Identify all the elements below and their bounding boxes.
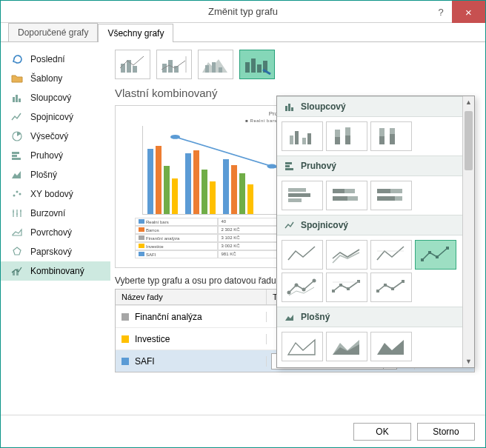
sidebar-item-combo[interactable]: Kombinovaný bbox=[1, 261, 110, 281]
dropdown-item[interactable] bbox=[370, 240, 412, 270]
dropdown-cat-label: Sloupcový bbox=[301, 101, 346, 112]
dropdown-cat-area: Plošný bbox=[277, 307, 462, 327]
svg-rect-69 bbox=[376, 290, 379, 292]
svg-point-8 bbox=[16, 191, 19, 193]
sidebar-item-label: Šablony bbox=[30, 73, 62, 84]
svg-rect-0 bbox=[13, 97, 15, 102]
svg-rect-72 bbox=[402, 280, 405, 283]
svg-rect-65 bbox=[332, 290, 335, 292]
dropdown-item[interactable] bbox=[282, 121, 323, 151]
combo-template-3[interactable] bbox=[198, 50, 233, 79]
combo-template-custom[interactable] bbox=[239, 50, 275, 79]
radar-chart-icon bbox=[11, 246, 23, 258]
dropdown-scrollbar[interactable]: ▲ ▼ bbox=[462, 96, 474, 367]
ok-button[interactable]: OK bbox=[353, 423, 411, 441]
svg-rect-18 bbox=[205, 65, 209, 73]
svg-rect-46 bbox=[288, 188, 306, 192]
svg-rect-22 bbox=[251, 58, 256, 73]
svg-rect-28 bbox=[285, 106, 287, 111]
svg-rect-59 bbox=[436, 255, 439, 258]
dropdown-item[interactable] bbox=[370, 181, 412, 210]
dropdown-cat-bar: Pruhový bbox=[277, 156, 462, 176]
svg-rect-67 bbox=[347, 287, 350, 290]
dropdown-item[interactable] bbox=[370, 273, 412, 302]
sidebar-item-bar[interactable]: Pruhový bbox=[1, 146, 110, 165]
svg-rect-54 bbox=[377, 189, 390, 193]
dropdown-item[interactable] bbox=[282, 240, 323, 270]
svg-rect-70 bbox=[384, 284, 387, 287]
svg-rect-66 bbox=[339, 284, 342, 287]
svg-rect-68 bbox=[357, 280, 360, 283]
svg-rect-4 bbox=[12, 152, 19, 154]
svg-rect-52 bbox=[333, 196, 347, 201]
sidebar-item-label: Plošný bbox=[30, 170, 57, 180]
folder-icon bbox=[11, 73, 23, 84]
sidebar-item-area[interactable]: Plošný bbox=[1, 165, 110, 184]
svg-rect-43 bbox=[285, 162, 292, 164]
dropdown-item[interactable] bbox=[326, 273, 367, 302]
sidebar-item-label: Poslední bbox=[30, 54, 65, 64]
pie-chart-icon bbox=[11, 130, 23, 142]
sidebar-item-label: Povrchový bbox=[30, 227, 72, 238]
surface-chart-icon bbox=[11, 227, 23, 238]
dropdown-cat-label: Spojnicový bbox=[301, 220, 348, 230]
svg-point-7 bbox=[13, 195, 16, 197]
series-swatch bbox=[122, 358, 129, 365]
svg-point-64 bbox=[313, 279, 316, 283]
dropdown-item[interactable] bbox=[370, 332, 412, 361]
svg-rect-57 bbox=[421, 258, 424, 261]
combo-template-2[interactable] bbox=[156, 50, 192, 79]
sidebar-item-scatter[interactable]: XY bodový bbox=[1, 184, 110, 204]
sidebar-item-label: Burzovní bbox=[30, 208, 65, 218]
help-button[interactable]: ? bbox=[430, 1, 452, 23]
scroll-thumb[interactable] bbox=[465, 111, 473, 170]
titlebar: Změnit typ grafu ? × bbox=[1, 1, 485, 23]
svg-rect-38 bbox=[345, 136, 350, 144]
svg-rect-44 bbox=[285, 165, 290, 167]
combo-template-1[interactable] bbox=[115, 50, 150, 79]
dropdown-item[interactable] bbox=[282, 332, 323, 361]
dropdown-cat-label: Pruhový bbox=[301, 161, 336, 171]
sidebar-item-stock[interactable]: Burzovní bbox=[1, 204, 110, 223]
dropdown-item[interactable] bbox=[326, 121, 367, 151]
svg-rect-34 bbox=[307, 133, 311, 144]
sidebar-item-surface[interactable]: Povrchový bbox=[1, 223, 110, 242]
svg-rect-71 bbox=[391, 287, 394, 290]
tab-recommended[interactable]: Doporučené grafy bbox=[8, 23, 98, 41]
column-chart-icon bbox=[11, 92, 23, 104]
svg-rect-2 bbox=[19, 98, 21, 102]
sidebar-item-recent[interactable]: Poslední bbox=[1, 50, 110, 69]
tab-all[interactable]: Všechny grafy bbox=[98, 24, 173, 42]
svg-rect-47 bbox=[288, 193, 310, 197]
dropdown-item-selected[interactable] bbox=[415, 240, 456, 270]
svg-rect-30 bbox=[291, 107, 293, 111]
scroll-down-icon[interactable]: ▼ bbox=[463, 355, 474, 367]
sidebar-item-pie[interactable]: Výsečový bbox=[1, 127, 110, 146]
svg-rect-1 bbox=[16, 95, 18, 102]
dropdown-item[interactable] bbox=[370, 121, 412, 151]
dropdown-item[interactable] bbox=[282, 181, 323, 210]
svg-rect-56 bbox=[377, 196, 395, 201]
dropdown-item[interactable] bbox=[326, 332, 367, 361]
dropdown-item[interactable] bbox=[326, 240, 367, 270]
svg-rect-5 bbox=[12, 155, 17, 157]
svg-rect-58 bbox=[428, 251, 431, 254]
dropdown-item[interactable] bbox=[282, 273, 323, 302]
chart-type-dropdown: Sloupcový Pruhový Spojnicový bbox=[276, 96, 475, 368]
bar-chart-icon bbox=[11, 150, 23, 161]
svg-rect-19 bbox=[212, 62, 216, 73]
svg-rect-6 bbox=[12, 158, 21, 160]
scroll-up-icon[interactable]: ▲ bbox=[463, 96, 474, 108]
sidebar-item-templates[interactable]: Šablony bbox=[1, 69, 110, 88]
sidebar-item-radar[interactable]: Paprskový bbox=[1, 242, 110, 261]
dropdown-item[interactable] bbox=[326, 181, 367, 210]
close-button[interactable]: × bbox=[452, 1, 485, 23]
sidebar-item-column[interactable]: Sloupcový bbox=[1, 88, 110, 107]
close-icon: × bbox=[465, 6, 472, 19]
tab-strip: Doporučené grafy Všechny grafy bbox=[1, 23, 485, 42]
sidebar-item-line[interactable]: Spojnicový bbox=[1, 107, 110, 127]
svg-rect-45 bbox=[285, 168, 293, 170]
cancel-button[interactable]: Storno bbox=[417, 423, 475, 441]
dropdown-cat-column: Sloupcový bbox=[277, 96, 462, 117]
line-chart-icon bbox=[284, 220, 295, 230]
